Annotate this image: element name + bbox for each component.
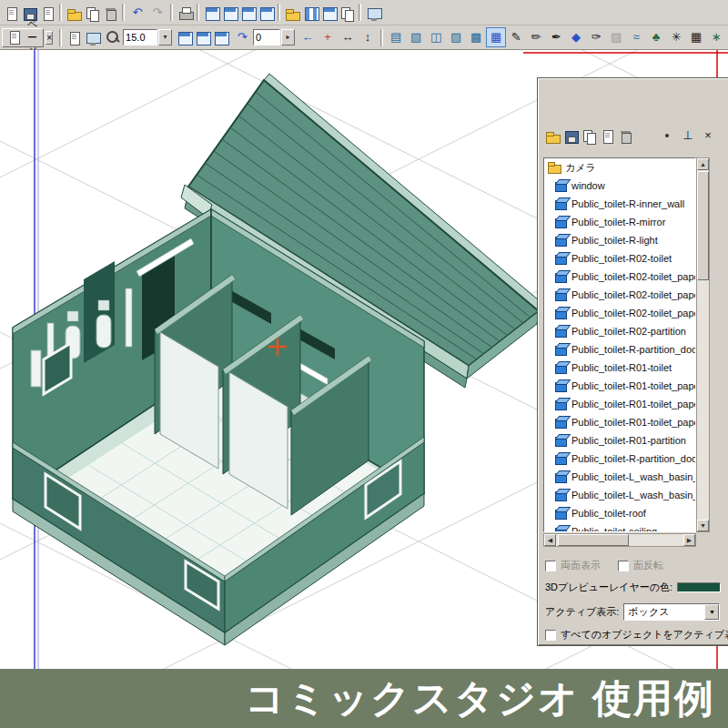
tone-grid-icon[interactable]: ▦ [686,27,706,47]
story-editor-icon[interactable] [319,4,338,22]
horizontal-scroll-thumb[interactable] [558,534,629,546]
tree-item[interactable]: Public_toilet-ceiling [544,522,695,532]
tree-item[interactable]: Public_toilet-R01-toilet_paper [544,413,695,431]
preview-color-swatch[interactable] [677,582,721,592]
separator [59,29,62,46]
marker-icon[interactable]: ✒ [546,27,566,47]
scroll-right-button[interactable]: ▶ [683,534,695,546]
tree-item[interactable]: カメラ [544,158,695,177]
all-objects-checkbox[interactable] [545,630,556,641]
tab-close-button[interactable]: × [46,31,53,45]
tree-item-label: Public_toilet-R02-toilet_paper [571,308,695,318]
rotate-spin-button[interactable]: ▸ [281,29,295,46]
copy-icon[interactable] [83,4,101,22]
snap-grid-icon[interactable]: ▤ [386,27,406,47]
print-icon[interactable] [176,4,194,22]
fit-width-icon[interactable] [211,28,229,46]
close-panel-icon[interactable]: × [698,126,718,146]
tree-item[interactable]: Public_toilet-R-partition_door [544,450,695,468]
zoom-dropdown-button[interactable]: ▾ [158,29,172,46]
tree-horizontal-scrollbar[interactable]: ◀ ▶ [543,533,696,547]
tone-plant-icon[interactable]: ∗ [706,27,726,47]
tone-pattern-icon[interactable]: ▨ [606,27,626,47]
snap-parallel-icon[interactable]: ◫ [426,27,446,47]
cube-icon [554,343,568,356]
dock-panel-icon[interactable]: ⊥ [678,126,698,146]
face-flip-checkbox[interactable] [618,561,629,571]
tree-item[interactable]: Public_toilet-R02-toilet_paper [544,286,695,304]
ruler-visible-icon[interactable]: ▦ [486,27,506,47]
tree-item[interactable]: Public_toilet-L_wash_basin_so [544,468,695,486]
tree-item[interactable]: Public_toilet-R-partition_door [544,340,695,359]
rotate-view-icon[interactable]: ↷ [232,27,252,47]
tree-item[interactable]: Public_toilet-L_wash_basin_fa [544,486,695,504]
view-single-page-icon[interactable] [202,4,220,22]
layer-tree: カメラ window Public_toilet-R-inner_wall Pu… [543,157,696,532]
display-mode-icon[interactable] [83,28,101,46]
scroll-left-button[interactable]: ◀ [544,534,556,546]
arrow-left-icon[interactable]: ← [298,27,318,47]
tree-item[interactable]: Public_toilet-R02-partition [544,322,695,340]
tree-item[interactable]: Public_toilet-R01-partition [544,431,695,450]
tree-item[interactable]: Public_toilet-R02-toilet [544,249,695,268]
scroll-up-button[interactable]: ▲ [697,158,709,170]
snap-radial-icon[interactable]: ▨ [446,27,466,47]
scroll-down-button[interactable]: ▼ [697,520,709,531]
rotate-input[interactable] [253,29,280,46]
delete-icon[interactable] [101,4,119,22]
water-tool-icon[interactable]: ≈ [626,27,646,47]
brush-icon[interactable]: ✑ [586,27,606,47]
view-layout-icon[interactable] [238,4,257,22]
move-icon[interactable]: + [318,27,338,47]
view-facing-pages-icon[interactable] [220,4,238,22]
tree-item[interactable]: Public_toilet-R01-toilet [544,359,695,377]
undo-icon[interactable]: ↶ [127,3,147,23]
fit-page-icon[interactable] [175,28,193,46]
arrow-horizontal-icon[interactable]: ↔ [338,27,358,47]
actual-size-icon[interactable] [193,28,211,46]
vertical-scroll-thumb[interactable] [697,171,709,280]
copy-layer-icon[interactable] [580,126,598,145]
snap-perspective-icon[interactable]: ▧ [406,27,426,47]
new-page-icon[interactable] [2,4,20,22]
page-tab[interactable]: ページ [2,28,44,47]
display-options-row: 両面表示 面反転 [545,559,663,572]
tree-item[interactable]: Public_toilet-R01-toilet_paper [544,377,695,395]
new-window-icon[interactable] [364,4,382,22]
double-sided-checkbox[interactable] [545,561,556,571]
tree-item[interactable]: Public_toilet-roof [544,504,695,522]
pen-icon[interactable]: ✎ [506,27,526,47]
active-display-dropdown[interactable]: ボックス ▼ [623,603,720,621]
tree-item[interactable]: Public_toilet-R-mirror [544,213,695,231]
delete-layer-icon[interactable] [616,126,634,145]
paste-layer-icon[interactable] [598,126,616,145]
tree-item[interactable]: Public_toilet-R-inner_wall [544,195,695,213]
tone-tree-icon[interactable]: ♣ [646,27,666,47]
redo-icon[interactable]: ↷ [147,3,167,23]
gem-tool-icon[interactable]: ◆ [566,27,586,47]
view-panel-icon[interactable] [257,4,275,22]
pencil-icon[interactable]: ✏ [526,27,546,47]
tree-item[interactable]: Public_toilet-R02-toilet_paper [544,268,695,286]
tree-item[interactable]: Public_toilet-R02-toilet_paper [544,304,695,322]
tree-vertical-scrollbar[interactable]: ▲ ▼ [696,157,710,532]
grid-view-icon[interactable] [301,4,319,22]
tree-item[interactable]: Public_toilet-R01-toilet_paper [544,395,695,413]
open-icon[interactable] [65,4,83,22]
guide-toggle-icon[interactable]: ▩ [466,27,486,47]
tree-item[interactable]: window [544,177,695,195]
tone-sand-icon[interactable]: ✳ [666,27,686,47]
folder-icon [548,161,561,174]
zoom-input[interactable] [123,29,157,46]
open-workspace-icon[interactable] [283,4,301,22]
save-layers-icon[interactable] [561,126,580,145]
tree-item-label: Public_toilet-roof [571,508,646,519]
open-folder-icon[interactable] [543,126,561,145]
export-page-icon[interactable] [38,4,56,22]
page-manager-icon[interactable] [338,4,356,22]
tree-item[interactable]: Public_toilet-R-light [544,231,695,249]
arrow-vertical-icon[interactable]: ↕ [358,27,378,47]
dropdown-arrow-icon[interactable]: ▼ [704,604,719,620]
page-preview-icon[interactable] [65,28,83,46]
layer-palette-toolbar: ⊥× [543,126,728,146]
